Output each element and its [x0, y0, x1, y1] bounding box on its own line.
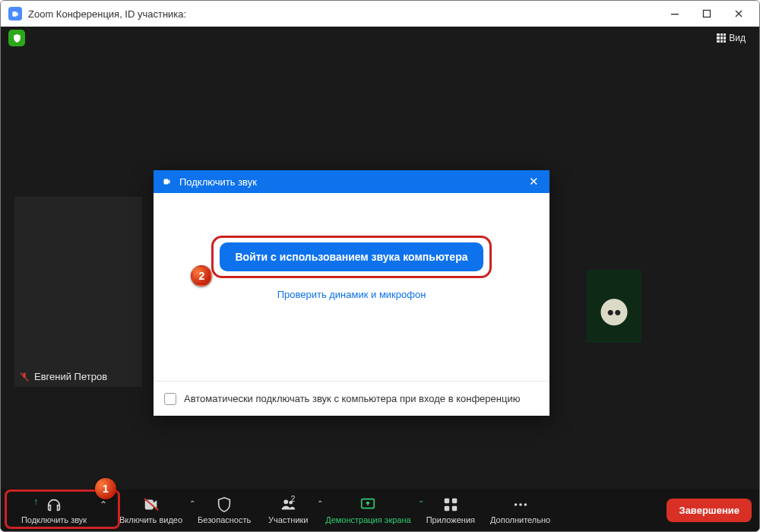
window-close-button[interactable] [723, 2, 755, 25]
annotation-step-1-badge: 1 [95, 478, 116, 499]
auto-connect-label: Автоматически подключать звук с компьюте… [184, 393, 520, 404]
svg-point-9 [514, 503, 517, 506]
participants-button[interactable]: 2 Участники ⌃ [258, 489, 318, 530]
app-window: Zoom Конференция, ID участника: Вид Евге… [0, 0, 760, 532]
svg-point-11 [524, 503, 527, 506]
svg-point-2 [284, 499, 289, 504]
security-label: Безопасность [198, 515, 251, 524]
zoom-dialog-icon [161, 176, 173, 188]
participants-label: Участники [268, 515, 309, 524]
headphones-icon: ↑ [46, 496, 62, 513]
participant-tile-self[interactable]: Евгений Петров [14, 197, 142, 387]
participant-tile-remote[interactable] [587, 270, 641, 343]
apps-label: Приложения [426, 515, 475, 524]
view-button[interactable]: Вид [711, 30, 752, 46]
dialog-footer: Автоматически подключать звук с компьюте… [154, 381, 549, 416]
meeting-stage: Вид Евгений Петров Подключить звук ✕ [1, 27, 759, 531]
share-screen-button[interactable]: Демонстрация экрана ⌃ [318, 489, 418, 530]
share-screen-label: Демонстрация экрана [325, 515, 410, 524]
audio-up-arrow-icon: ↑ [33, 496, 38, 507]
auto-connect-checkbox[interactable] [164, 393, 176, 405]
apps-button[interactable]: Приложения [419, 489, 483, 530]
test-speaker-mic-link[interactable]: Проверить динамик и микрофон [277, 289, 426, 300]
camera-icon [143, 496, 160, 513]
stage-topbar: Вид [1, 27, 759, 49]
meeting-toolbar: ↑ Подключить звук ⌃ Включить видео ⌃ Без… [1, 489, 759, 531]
more-label: Дополнительно [490, 515, 550, 524]
mic-muted-icon [19, 372, 30, 382]
annotation-highlight-2: Войти с использованием звука компьютера … [211, 236, 491, 278]
audio-options-chevron[interactable]: ⌃ [100, 499, 112, 521]
shield-icon [216, 496, 233, 513]
dialog-body: Войти с использованием звука компьютера … [154, 193, 549, 381]
participant-name-label: Евгений Петров [19, 371, 107, 382]
svg-rect-7 [445, 505, 449, 510]
more-icon [512, 496, 529, 513]
connect-audio-dialog: Подключить звук ✕ Войти с использованием… [154, 170, 549, 416]
dialog-titlebar: Подключить звук ✕ [154, 170, 549, 193]
dialog-title-text: Подключить звук [179, 176, 257, 188]
start-video-label: Включить видео [119, 515, 182, 524]
titlebar: Zoom Конференция, ID участника: [1, 1, 759, 27]
svg-rect-1 [704, 11, 711, 17]
share-screen-icon [359, 496, 376, 513]
encryption-shield-icon[interactable] [8, 30, 25, 46]
zoom-app-icon [8, 7, 22, 21]
join-computer-audio-button[interactable]: Войти с использованием звука компьютера [220, 242, 483, 271]
svg-point-10 [519, 503, 522, 506]
window-maximize-button[interactable] [691, 2, 723, 25]
view-label: Вид [729, 33, 746, 43]
window-title: Zoom Конференция, ID участника: [28, 8, 186, 20]
apps-icon [442, 496, 459, 513]
participants-count-badge: 2 [291, 495, 296, 503]
svg-rect-6 [452, 498, 457, 502]
window-minimize-button[interactable] [659, 2, 691, 25]
annotation-step-2-badge: 2 [191, 265, 212, 287]
end-meeting-button[interactable]: Завершение [667, 499, 752, 522]
connect-audio-label: Подключить звук [21, 515, 87, 524]
svg-rect-5 [445, 498, 449, 502]
more-button[interactable]: Дополнительно [483, 489, 558, 530]
security-button[interactable]: Безопасность [190, 489, 258, 530]
participants-icon: 2 [280, 496, 296, 513]
svg-rect-0 [671, 14, 679, 14]
grid-icon [717, 33, 726, 43]
start-video-button[interactable]: Включить видео ⌃ [112, 489, 190, 530]
svg-rect-8 [452, 505, 457, 510]
connect-audio-button[interactable]: ↑ Подключить звук [8, 489, 100, 530]
dialog-close-button[interactable]: ✕ [522, 170, 545, 193]
